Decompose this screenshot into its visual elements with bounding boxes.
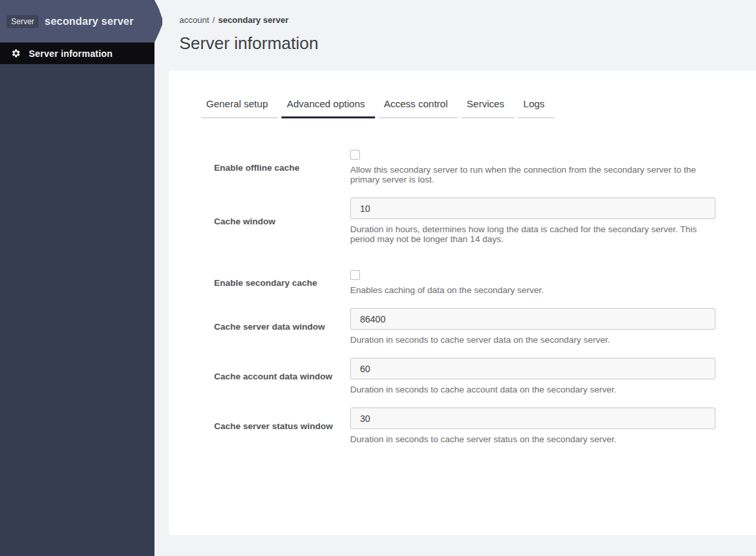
sidebar-menu: Server information: [0, 43, 154, 64]
sidebar: Server secondary server Server informati…: [0, 0, 154, 556]
field-label: Cache account data window: [214, 372, 333, 381]
sidebar-header: Server secondary server: [0, 0, 154, 43]
tab-label: Logs: [524, 98, 545, 109]
enable-offline-cache-checkbox[interactable]: [350, 150, 360, 160]
tab-logs[interactable]: Logs: [518, 98, 555, 118]
settings-form: Enable offline cache Allow this secondar…: [201, 150, 715, 444]
field-cache-window: Cache window Duration in hours, determin…: [201, 198, 715, 244]
field-help-text: Allow this secondary server to run when …: [350, 165, 715, 184]
field-cache-account-data-window: Cache account data window Duration in se…: [201, 358, 715, 394]
content-card: General setupAdvanced optionsAccess cont…: [169, 71, 756, 535]
tab-services[interactable]: Services: [461, 98, 514, 118]
breadcrumb-separator: /: [213, 15, 215, 25]
tab-bar: General setupAdvanced optionsAccess cont…: [201, 98, 715, 118]
tab-advanced-options[interactable]: Advanced options: [281, 98, 374, 118]
field-help-text: Duration in hours, determines how long t…: [350, 224, 715, 244]
cache-server-status-window-input[interactable]: [350, 408, 715, 429]
gear-icon: [10, 48, 21, 59]
main-header: account/secondary server Server informat…: [154, 0, 756, 71]
server-type-badge: Server: [7, 15, 39, 28]
breadcrumb-current: secondary server: [218, 15, 289, 25]
field-cache-server-data-window: Cache server data window Duration in sec…: [201, 308, 715, 345]
field-help-text: Duration in seconds to cache server data…: [350, 335, 715, 345]
breadcrumb: account/secondary server: [179, 15, 756, 25]
field-enable-secondary-cache: Enable secondary cache Enables caching o…: [201, 270, 715, 295]
sidebar-item-server-information[interactable]: Server information: [0, 43, 154, 64]
tab-label: Access control: [384, 98, 448, 109]
field-label: Enable secondary cache: [214, 278, 317, 288]
field-label: Cache server status window: [214, 421, 333, 431]
field-cache-server-status-window: Cache server status window Duration in s…: [201, 408, 715, 444]
app-root: Server secondary server Server informati…: [0, 0, 756, 556]
sidebar-title: secondary server: [45, 16, 134, 27]
sidebar-item-label: Server information: [29, 48, 113, 59]
cache-window-input[interactable]: [350, 198, 715, 219]
breadcrumb-account-link[interactable]: account: [179, 15, 209, 25]
cache-server-data-window-input[interactable]: [350, 308, 715, 330]
main-area: account/secondary server Server informat…: [154, 0, 756, 556]
tab-label: Advanced options: [287, 98, 365, 109]
enable-secondary-cache-checkbox[interactable]: [350, 270, 360, 280]
tab-label: Services: [467, 98, 505, 109]
tab-access-control[interactable]: Access control: [379, 98, 458, 118]
field-help-text: Duration in seconds to cache server stat…: [350, 434, 715, 444]
field-enable-offline-cache: Enable offline cache Allow this secondar…: [201, 150, 715, 184]
field-label: Enable offline cache: [214, 163, 300, 173]
tab-label: General setup: [206, 98, 268, 109]
field-help-text: Duration in seconds to cache account dat…: [350, 385, 715, 394]
field-help-text: Enables caching of data on the secondary…: [350, 285, 715, 295]
field-label: Cache server data window: [214, 322, 325, 332]
page-title: Server information: [179, 33, 756, 54]
tab-general-setup[interactable]: General setup: [201, 98, 278, 118]
cache-account-data-window-input[interactable]: [350, 358, 715, 379]
field-label: Cache window: [214, 217, 276, 226]
